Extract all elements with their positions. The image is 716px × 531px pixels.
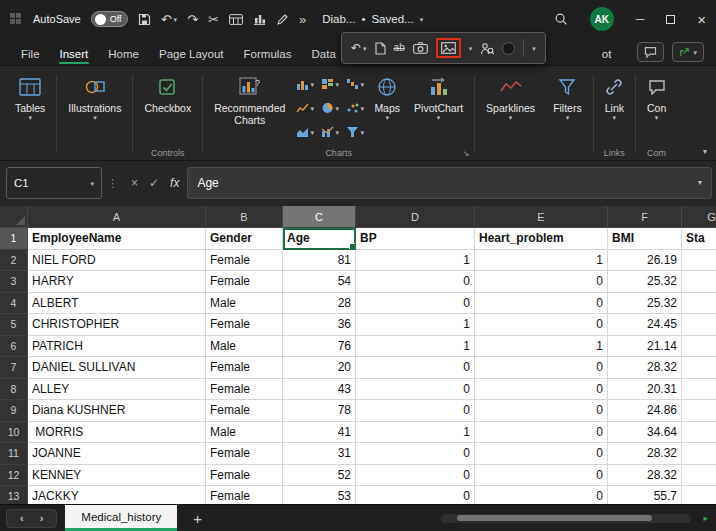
row-header-7[interactable]: 7 <box>0 357 28 379</box>
insert-waterfall-chart-button[interactable]: ▾ <box>342 72 367 96</box>
cell-G12[interactable] <box>682 465 716 487</box>
scrollbar-thumb[interactable] <box>457 515 652 521</box>
cell-G6[interactable] <box>682 336 716 358</box>
avatar[interactable]: AK <box>590 7 614 31</box>
name-box[interactable]: C1 ▾ <box>6 167 102 199</box>
sheet-button[interactable] <box>229 14 243 25</box>
cell-D11[interactable]: 0 <box>356 443 475 465</box>
charts-dialog-launcher[interactable]: ↘ <box>462 149 469 158</box>
cell-B4[interactable]: Male <box>206 293 283 315</box>
link-button[interactable]: Link ▾ <box>598 69 631 123</box>
cell-G1[interactable]: Sta <box>682 228 716 250</box>
cell-E3[interactable]: 0 <box>475 271 608 293</box>
cell-E4[interactable]: 0 <box>475 293 608 315</box>
screenshot-button[interactable] <box>441 42 456 54</box>
cell-D12[interactable]: 0 <box>356 465 475 487</box>
autosave-toggle[interactable]: Off <box>91 11 128 27</box>
cell-B8[interactable]: Female <box>206 379 283 401</box>
screenshot-dropdown-button[interactable]: ▾ <box>469 45 473 52</box>
insert-column-chart-button[interactable]: ▾ <box>292 72 317 96</box>
cell-C8[interactable]: 43 <box>283 379 356 401</box>
collapse-ribbon-button[interactable]: ▾ <box>703 147 707 156</box>
cell-G2[interactable] <box>682 250 716 272</box>
cell-G7[interactable] <box>682 357 716 379</box>
cell-E12[interactable]: 0 <box>475 465 608 487</box>
row-header-2[interactable]: 2 <box>0 250 28 272</box>
cell-F4[interactable]: 25.32 <box>608 293 682 315</box>
cell-G5[interactable] <box>682 314 716 336</box>
row-header-1[interactable]: 1 <box>0 228 28 250</box>
cell-C1[interactable]: Age <box>283 228 356 250</box>
cell-C4[interactable]: 28 <box>283 293 356 315</box>
cell-A11[interactable]: JOANNE <box>28 443 206 465</box>
cell-G8[interactable] <box>682 379 716 401</box>
select-all-button[interactable] <box>0 206 28 228</box>
cell-D5[interactable]: 1 <box>356 314 475 336</box>
cell-D9[interactable]: 0 <box>356 400 475 422</box>
cell-F7[interactable]: 28.32 <box>608 357 682 379</box>
popup-more-button[interactable]: ▾ <box>532 45 536 52</box>
cell-D6[interactable]: 1 <box>356 336 475 358</box>
cell-D2[interactable]: 1 <box>356 250 475 272</box>
close-button[interactable]: × <box>697 11 706 28</box>
cell-A13[interactable]: JACKKY <box>28 486 206 504</box>
row-header-11[interactable]: 11 <box>0 443 28 465</box>
cell-C11[interactable]: 31 <box>283 443 356 465</box>
cell-B2[interactable]: Female <box>206 250 283 272</box>
cell-B11[interactable]: Female <box>206 443 283 465</box>
insert-scatter-chart-button[interactable]: ▾ <box>342 96 367 120</box>
people-search-button[interactable] <box>480 42 494 55</box>
cut-button[interactable]: ✂ <box>208 13 219 26</box>
recommended-charts-button[interactable]: ? Recommended Charts <box>207 69 292 128</box>
cell-B9[interactable]: Female <box>206 400 283 422</box>
cell-F2[interactable]: 26.19 <box>608 250 682 272</box>
tab-insert[interactable]: Insert <box>51 43 98 65</box>
next-sheet-button[interactable]: › <box>40 512 44 524</box>
cell-B13[interactable]: Female <box>206 486 283 504</box>
undo-button[interactable]: ↶▾ <box>161 13 177 26</box>
row-header-6[interactable]: 6 <box>0 336 28 358</box>
column-header-F[interactable]: F <box>608 206 682 228</box>
cell-A3[interactable]: HARRY <box>28 271 206 293</box>
document-title[interactable]: Diab... • Saved... ▾ <box>322 13 423 25</box>
tab-file[interactable]: File <box>12 43 49 65</box>
tab-home[interactable]: Home <box>99 43 148 65</box>
pen-button[interactable] <box>276 13 289 26</box>
column-header-A[interactable]: A <box>28 206 206 228</box>
cell-C7[interactable]: 20 <box>283 357 356 379</box>
cell-G3[interactable] <box>682 271 716 293</box>
cell-A6[interactable]: PATRICH <box>28 336 206 358</box>
column-header-G[interactable]: G <box>682 206 716 228</box>
circle-swatch-icon[interactable] <box>502 42 515 55</box>
insert-function-button[interactable]: fx <box>170 176 179 190</box>
cell-G9[interactable] <box>682 400 716 422</box>
popup-undo-button[interactable]: ↶▾ <box>351 42 367 54</box>
cell-E8[interactable]: 0 <box>475 379 608 401</box>
enter-button[interactable]: ✓ <box>149 176 159 190</box>
tab-formulas[interactable]: Formulas <box>235 43 301 65</box>
save-button[interactable] <box>138 13 151 26</box>
cell-C6[interactable]: 76 <box>283 336 356 358</box>
cell-D3[interactable]: 0 <box>356 271 475 293</box>
cell-D13[interactable]: 0 <box>356 486 475 504</box>
cell-A5[interactable]: CHRISTOPHER <box>28 314 206 336</box>
cell-D1[interactable]: BP <box>356 228 475 250</box>
minimize-button[interactable]: ─ <box>636 12 645 26</box>
row-header-12[interactable]: 12 <box>0 465 28 487</box>
cell-C3[interactable]: 54 <box>283 271 356 293</box>
cell-B12[interactable]: Female <box>206 465 283 487</box>
cell-F9[interactable]: 24.86 <box>608 400 682 422</box>
chart-button[interactable] <box>253 13 266 25</box>
insert-area-chart-button[interactable]: ▾ <box>292 120 317 144</box>
redo-button[interactable]: ↷ <box>187 13 198 26</box>
cell-E6[interactable]: 1 <box>475 336 608 358</box>
row-header-5[interactable]: 5 <box>0 314 28 336</box>
cell-A9[interactable]: Diana KUSHNER <box>28 400 206 422</box>
cell-G10[interactable] <box>682 422 716 444</box>
tab-partial[interactable]: ot <box>593 43 621 65</box>
row-header-3[interactable]: 3 <box>0 271 28 293</box>
column-header-C[interactable]: C <box>283 206 356 228</box>
cell-F12[interactable]: 28.32 <box>608 465 682 487</box>
cell-A10[interactable]: MORRIS <box>28 422 206 444</box>
formula-input[interactable]: Age ▾ <box>187 167 712 199</box>
